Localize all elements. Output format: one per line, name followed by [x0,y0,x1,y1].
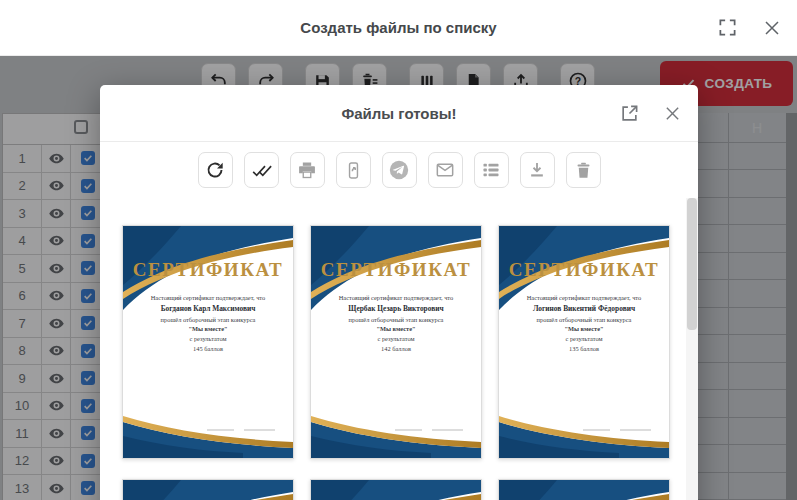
certificate-line3: "Мы вместе" [316,325,476,332]
list-button[interactable] [474,152,509,188]
modal-scrollbar-thumb[interactable] [687,198,697,330]
delete-button[interactable] [566,152,601,188]
telegram-icon [388,159,410,181]
certificates-area: СЕРТИФИКАТ Настоящий сертификат подтверж… [100,198,698,500]
certificate-name: Щербак Цезарь Викторович [316,304,476,313]
app-header: Создать файлы по списку [0,0,797,56]
certificate-line2: прошёл отборочный этап конкурса [128,316,288,323]
certificate-name: Богданов Карл Максимович [128,304,288,313]
print-icon [297,160,317,180]
modal-toolbar [100,142,698,198]
signature-line [244,429,275,431]
certificates-row-1: СЕРТИФИКАТ Настоящий сертификат подтверж… [122,225,698,459]
modal-actions [620,85,681,141]
certificate-text: СЕРТИФИКАТ Настоящий сертификат подтверж… [504,259,664,355]
download-button[interactable] [520,152,555,188]
certificate-line1: Настоящий сертификат подтверждает, что [504,294,664,301]
certificate-decoration [499,480,669,500]
close-icon [763,19,781,37]
certificate-line2: прошёл отборочный этап конкурса [504,316,664,323]
certificate-decoration [311,480,481,500]
signature-line [620,429,651,431]
certificate-preview[interactable] [310,479,482,500]
app-title: Создать файлы по списку [0,19,797,36]
print-button[interactable] [290,152,325,188]
files-ready-modal: Файлы готовы! [100,85,698,500]
certificate-line2: прошёл отборочный этап конкурса [316,316,476,323]
certificate-text: СЕРТИФИКАТ Настоящий сертификат подтверж… [316,259,476,355]
fullscreen-button[interactable] [718,18,737,37]
fullscreen-icon [718,18,737,37]
close-icon [664,105,681,122]
signature-line [432,429,463,431]
mark-all-button[interactable] [244,152,279,188]
certificate-score: 145 баллов [128,345,288,352]
email-button[interactable] [428,152,463,188]
certificate-preview[interactable]: СЕРТИФИКАТ Настоящий сертификат подтверж… [310,225,482,459]
certificate-line1: Настоящий сертификат подтверждает, что [316,294,476,301]
certificate-line4: с результатом [316,335,476,342]
certificate-decoration [123,480,293,500]
certificate-preview[interactable] [498,479,670,500]
modal-close-button[interactable] [664,105,681,122]
send-to-phone-button[interactable] [336,152,371,188]
phone-share-icon [344,161,363,180]
certificate-preview[interactable]: СЕРТИФИКАТ Настоящий сертификат подтверж… [498,225,670,459]
certificate-line4: с результатом [504,335,664,342]
modal-header: Файлы готовы! [100,85,698,142]
refresh-button[interactable] [198,152,233,188]
certificate-preview[interactable] [122,479,294,500]
open-in-new-button[interactable] [620,104,639,123]
email-icon [435,160,455,180]
modal-title: Файлы готовы! [100,105,698,122]
download-icon [527,160,547,180]
refresh-icon [205,160,225,180]
certificate-line3: "Мы вместе" [504,325,664,332]
certificate-text: СЕРТИФИКАТ Настоящий сертификат подтверж… [128,259,288,355]
open-in-new-icon [620,104,639,123]
app-close-button[interactable] [763,19,781,37]
double-check-icon [251,160,272,181]
signature-line [395,429,422,431]
header-actions [718,0,781,55]
certificate-line3: "Мы вместе" [128,325,288,332]
modal-scrollbar[interactable] [686,198,698,500]
signature-line [583,429,610,431]
telegram-button[interactable] [382,152,417,188]
certificate-heading: СЕРТИФИКАТ [316,259,476,281]
certificate-heading: СЕРТИФИКАТ [504,259,664,281]
certificate-heading: СЕРТИФИКАТ [128,259,288,281]
signature-line [207,429,234,431]
certificate-line4: с результатом [128,335,288,342]
certificate-name: Логинов Викентий Фёдорович [504,304,664,313]
certificate-score: 135 баллов [504,345,664,352]
certificate-preview[interactable]: СЕРТИФИКАТ Настоящий сертификат подтверж… [122,225,294,459]
certificates-row-2 [122,479,698,500]
certificate-score: 142 баллов [316,345,476,352]
trash-icon [574,161,593,180]
list-icon [481,160,501,180]
certificate-line1: Настоящий сертификат подтверждает, что [128,294,288,301]
